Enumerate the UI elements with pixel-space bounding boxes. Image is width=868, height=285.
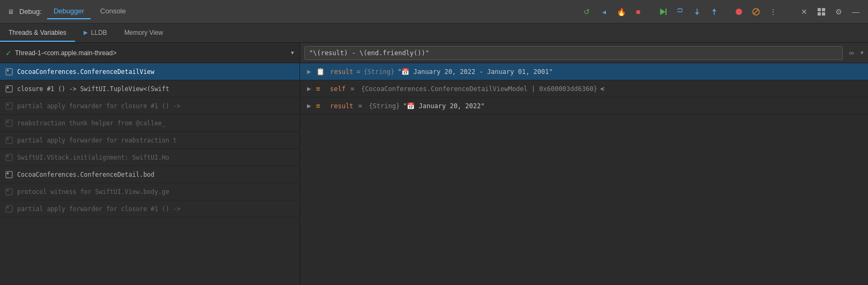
svg-rect-26 bbox=[7, 155, 9, 157]
svg-rect-14 bbox=[822, 12, 825, 16]
debug-label: Debug: bbox=[17, 8, 44, 16]
frame-text: reabstraction thunk helper from @callee_ bbox=[17, 119, 166, 127]
flame-button[interactable]: 🔥 bbox=[614, 5, 628, 19]
svg-rect-1 bbox=[665, 9, 667, 15]
svg-rect-32 bbox=[7, 207, 9, 208]
var-type-icon: 📋 bbox=[316, 68, 327, 76]
svg-rect-21 bbox=[6, 120, 12, 126]
var-equals: = bbox=[356, 102, 365, 110]
svg-rect-30 bbox=[7, 190, 9, 191]
step-into-button[interactable] bbox=[690, 5, 704, 19]
tab-memory-view-label: Memory View bbox=[124, 29, 163, 36]
frame-text: protocol witness for SwiftUI.View.body.g… bbox=[17, 188, 169, 196]
frame-text: SwiftUI.VStack.init(alignment: SwiftUI.H… bbox=[17, 154, 169, 161]
frame-icon bbox=[4, 68, 14, 76]
step-out-button[interactable] bbox=[707, 5, 721, 19]
expression-bar: ∞ ▾ bbox=[300, 43, 868, 63]
infinity-button[interactable]: ∞ bbox=[846, 48, 857, 58]
frame-icon bbox=[4, 188, 14, 196]
thread-selector[interactable]: ✓ Thread-1-<com.apple.main-thread> ▾ bbox=[0, 43, 300, 63]
expr-chevron-icon[interactable]: ▾ bbox=[860, 49, 864, 56]
continue-button[interactable] bbox=[656, 5, 670, 19]
layout-button[interactable] bbox=[814, 5, 828, 19]
var-value: "📅 January 20, 2022 - January 01, 2001" bbox=[398, 68, 553, 76]
variable-row-self[interactable]: ▶ ≡ self = {CocoaConferences.ConferenceD… bbox=[300, 80, 868, 98]
svg-rect-23 bbox=[6, 137, 12, 144]
svg-rect-25 bbox=[6, 154, 12, 161]
thread-chevron-icon[interactable]: ▾ bbox=[291, 49, 294, 56]
tab-debugger[interactable]: Debugger bbox=[47, 4, 91, 19]
tab-threads-variables-label: Threads & Variables bbox=[9, 29, 66, 36]
svg-rect-27 bbox=[6, 171, 12, 178]
left-panel: ✓ Thread-1-<com.apple.main-thread> ▾ Coc… bbox=[0, 43, 300, 285]
var-name: self bbox=[330, 85, 346, 93]
frame-item[interactable]: CocoaConferences.ConferenceDetailView bbox=[0, 63, 300, 80]
frame-icon bbox=[4, 137, 14, 144]
frame-item[interactable]: partial apply forwarder for closure #1 (… bbox=[0, 98, 300, 115]
tab-console[interactable]: Console bbox=[94, 4, 132, 19]
close-button[interactable]: ✕ bbox=[797, 5, 811, 19]
expand-icon[interactable]: ▶ bbox=[305, 86, 313, 92]
toolbar-left: 🖥 Debug: bbox=[5, 6, 44, 17]
main-content: ✓ Thread-1-<com.apple.main-thread> ▾ Coc… bbox=[0, 43, 868, 285]
frame-icon bbox=[4, 171, 14, 178]
minimize-button[interactable]: — bbox=[849, 5, 863, 19]
settings-button[interactable]: ⚙ bbox=[832, 5, 845, 19]
frame-item[interactable]: reabstraction thunk helper from @callee_ bbox=[0, 115, 300, 132]
pointer-button[interactable]: ◂ bbox=[597, 5, 611, 19]
frame-icon bbox=[4, 102, 14, 110]
svg-rect-16 bbox=[7, 70, 9, 71]
var-type-icon: ≡ bbox=[316, 102, 327, 110]
svg-rect-12 bbox=[822, 8, 825, 11]
frame-icon bbox=[4, 154, 14, 161]
tab-threads-variables[interactable]: Threads & Variables bbox=[0, 25, 75, 42]
variable-row-result-2[interactable]: ▶ ≡ result = {String} "📅 January 20, 202… bbox=[300, 98, 868, 115]
var-equals: = bbox=[356, 68, 360, 76]
frame-icon bbox=[4, 85, 14, 93]
frame-item[interactable]: CocoaConferences.ConferenceDetail.bod bbox=[0, 166, 300, 183]
variable-list: ▶ 📋 result = {String} "📅 January 20, 202… bbox=[300, 63, 868, 285]
frame-item[interactable]: partial apply forwarder for reabstractio… bbox=[0, 132, 300, 149]
svg-rect-29 bbox=[6, 189, 12, 195]
expression-input[interactable] bbox=[304, 46, 843, 60]
frame-list: CocoaConferences.ConferenceDetailView cl… bbox=[0, 63, 300, 285]
tab-memory-view[interactable]: Memory View bbox=[116, 25, 171, 42]
frame-item[interactable]: partial apply forwarder for closure #1 (… bbox=[0, 200, 300, 218]
svg-rect-13 bbox=[818, 12, 821, 16]
stop-button[interactable]: ■ bbox=[631, 5, 645, 19]
frame-text: CocoaConferences.ConferenceDetailView bbox=[17, 68, 154, 76]
frame-text: partial apply forwarder for closure #1 (… bbox=[17, 205, 181, 213]
frame-item[interactable]: SwiftUI.VStack.init(alignment: SwiftUI.H… bbox=[0, 149, 300, 166]
tab-lldb[interactable]: ▶ LLDB bbox=[75, 25, 116, 42]
frame-item[interactable]: closure #1 () -> SwiftUI.TupleView<(Swif… bbox=[0, 80, 300, 98]
frame-text: partial apply forwarder for closure #1 (… bbox=[17, 102, 181, 110]
slash-button[interactable] bbox=[749, 5, 763, 19]
variable-row-result-1[interactable]: ▶ 📋 result = {String} "📅 January 20, 202… bbox=[300, 63, 868, 80]
more-button[interactable]: ⋮ bbox=[766, 5, 780, 19]
right-panel: ∞ ▾ ▶ 📋 result = {String} "📅 January 20,… bbox=[300, 43, 868, 285]
frame-item[interactable]: protocol witness for SwiftUI.View.body.g… bbox=[0, 183, 300, 200]
svg-marker-7 bbox=[712, 9, 716, 11]
var-name: result bbox=[330, 102, 353, 110]
var-name: result bbox=[330, 68, 353, 76]
svg-point-8 bbox=[736, 9, 742, 15]
toolbar: 🖥 Debug: Debugger Console ↺ ◂ 🔥 ■ ⋮ ✕ ⚙ … bbox=[0, 0, 868, 24]
svg-rect-28 bbox=[7, 172, 9, 174]
frame-text: closure #1 () -> SwiftUI.TupleView<(Swif… bbox=[17, 85, 169, 93]
svg-rect-24 bbox=[7, 138, 9, 140]
var-value: < bbox=[601, 85, 604, 93]
refresh-button[interactable]: ↺ bbox=[580, 5, 594, 19]
frame-icon bbox=[4, 119, 14, 127]
expand-icon[interactable]: ▶ bbox=[305, 103, 313, 109]
var-type-icon: ≡ bbox=[316, 85, 327, 93]
var-type: {String} bbox=[363, 68, 394, 76]
expand-icon[interactable]: ▶ bbox=[305, 69, 313, 74]
record-button[interactable] bbox=[732, 5, 746, 19]
tabs-bar: Threads & Variables ▶ LLDB Memory View bbox=[0, 24, 868, 43]
lldb-icon: ▶ bbox=[84, 29, 88, 35]
thread-name: Thread-1-<com.apple.main-thread> bbox=[15, 49, 288, 57]
thread-check-icon: ✓ bbox=[5, 49, 12, 57]
svg-rect-19 bbox=[6, 103, 12, 109]
svg-marker-5 bbox=[695, 12, 699, 15]
step-over-button[interactable] bbox=[673, 5, 687, 19]
